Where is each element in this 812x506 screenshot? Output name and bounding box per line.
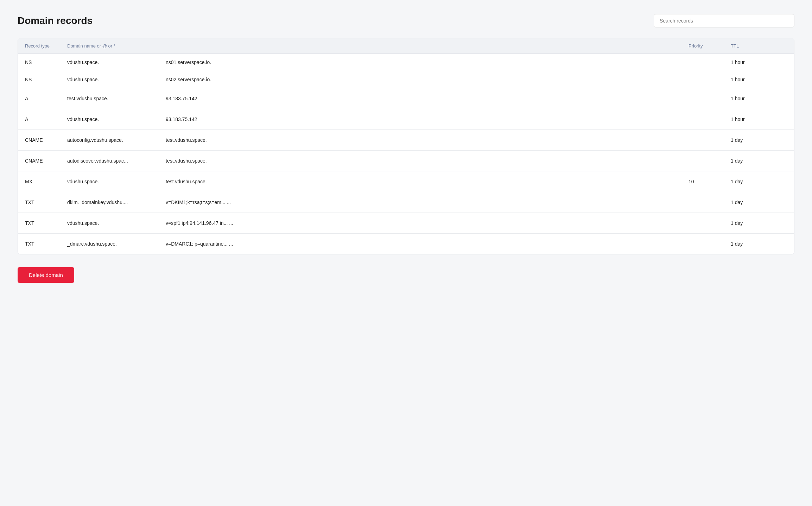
table-row: Avdushu.space.93.183.75.1421 hour xyxy=(18,109,794,130)
action-icons xyxy=(773,239,787,248)
delete-record-button[interactable] xyxy=(784,198,787,207)
edit-button[interactable] xyxy=(777,198,780,207)
delete-record-button[interactable] xyxy=(784,135,787,145)
cell-ttl: 1 day xyxy=(724,171,766,192)
cell-value: v=DKIM1;k=rsa;t=s;s=em... ... xyxy=(159,192,681,213)
cell-type: A xyxy=(18,109,60,130)
cell-actions xyxy=(766,71,794,88)
cell-domain: vdushu.space. xyxy=(60,54,159,71)
cell-type: CNAME xyxy=(18,151,60,171)
cell-ttl: 1 day xyxy=(724,234,766,254)
col-header-value xyxy=(159,38,681,54)
records-table: Record type Domain name or @ or * Priori… xyxy=(18,38,794,254)
delete-record-button[interactable] xyxy=(784,239,787,248)
table-row: TXTdkim._domainkey.vdushu....v=DKIM1;k=r… xyxy=(18,192,794,213)
action-icons xyxy=(773,135,787,145)
page-header: Domain records xyxy=(18,14,794,27)
cell-priority xyxy=(681,213,724,234)
table-row: CNAMEautoconfig.vdushu.space.test.vdushu… xyxy=(18,130,794,151)
cell-value: ns01.serverspace.io. xyxy=(159,54,681,71)
cell-priority: 10 xyxy=(681,171,724,192)
page-title: Domain records xyxy=(18,15,93,26)
cell-priority xyxy=(681,234,724,254)
cell-type: TXT xyxy=(18,192,60,213)
cell-priority xyxy=(681,192,724,213)
cell-actions xyxy=(766,88,794,109)
action-icons xyxy=(773,115,787,124)
cell-ttl: 1 day xyxy=(724,151,766,171)
cell-value: 93.183.75.142 xyxy=(159,88,681,109)
cell-value: test.vdushu.space. xyxy=(159,151,681,171)
delete-record-button[interactable] xyxy=(784,115,787,124)
records-table-container: Record type Domain name or @ or * Priori… xyxy=(18,38,794,254)
cell-actions xyxy=(766,213,794,234)
cell-value: ns02.serverspace.io. xyxy=(159,71,681,88)
delete-record-button[interactable] xyxy=(784,156,787,165)
delete-domain-button[interactable]: Delete domain xyxy=(18,267,74,283)
cell-ttl: 1 hour xyxy=(724,109,766,130)
edit-button[interactable] xyxy=(777,115,780,124)
cell-actions xyxy=(766,54,794,71)
delete-record-button[interactable] xyxy=(784,177,787,186)
edit-button[interactable] xyxy=(777,135,780,145)
cell-domain: _dmarc.vdushu.space. xyxy=(60,234,159,254)
table-body: NSvdushu.space.ns01.serverspace.io.1 hou… xyxy=(18,54,794,254)
cell-type: A xyxy=(18,88,60,109)
cell-domain: vdushu.space. xyxy=(60,213,159,234)
col-header-ttl: TTL xyxy=(724,38,766,54)
cell-domain: vdushu.space. xyxy=(60,109,159,130)
action-icons xyxy=(773,177,787,186)
table-row: NSvdushu.space.ns02.serverspace.io.1 hou… xyxy=(18,71,794,88)
table-header: Record type Domain name or @ or * Priori… xyxy=(18,38,794,54)
search-input[interactable] xyxy=(654,14,794,27)
cell-domain: vdushu.space. xyxy=(60,71,159,88)
table-row: NSvdushu.space.ns01.serverspace.io.1 hou… xyxy=(18,54,794,71)
cell-actions xyxy=(766,151,794,171)
edit-button[interactable] xyxy=(777,219,780,228)
cell-value: test.vdushu.space. xyxy=(159,171,681,192)
action-icons xyxy=(773,219,787,228)
table-row: MXvdushu.space.test.vdushu.space.101 day xyxy=(18,171,794,192)
cell-ttl: 1 hour xyxy=(724,88,766,109)
cell-value: v=DMARC1; p=quarantine... ... xyxy=(159,234,681,254)
cell-actions xyxy=(766,109,794,130)
cell-ttl: 1 day xyxy=(724,130,766,151)
cell-domain: autodiscover.vdushu.spac... xyxy=(60,151,159,171)
cell-actions xyxy=(766,192,794,213)
col-header-priority: Priority xyxy=(681,38,724,54)
action-icons xyxy=(773,198,787,207)
edit-button[interactable] xyxy=(777,94,780,103)
cell-type: NS xyxy=(18,54,60,71)
cell-type: NS xyxy=(18,71,60,88)
cell-priority xyxy=(681,88,724,109)
edit-button[interactable] xyxy=(777,239,780,248)
cell-actions xyxy=(766,171,794,192)
cell-type: CNAME xyxy=(18,130,60,151)
cell-domain: test.vdushu.space. xyxy=(60,88,159,109)
delete-record-button[interactable] xyxy=(784,94,787,103)
cell-ttl: 1 day xyxy=(724,213,766,234)
cell-priority xyxy=(681,130,724,151)
col-header-domain: Domain name or @ or * xyxy=(60,38,159,54)
cell-value: test.vdushu.space. xyxy=(159,130,681,151)
cell-ttl: 1 hour xyxy=(724,71,766,88)
table-row: Atest.vdushu.space.93.183.75.1421 hour xyxy=(18,88,794,109)
delete-record-button[interactable] xyxy=(784,219,787,228)
edit-button[interactable] xyxy=(777,156,780,165)
cell-domain: dkim._domainkey.vdushu.... xyxy=(60,192,159,213)
cell-priority xyxy=(681,71,724,88)
table-row: TXT_dmarc.vdushu.space.v=DMARC1; p=quara… xyxy=(18,234,794,254)
cell-actions xyxy=(766,130,794,151)
cell-priority xyxy=(681,151,724,171)
col-header-type: Record type xyxy=(18,38,60,54)
cell-value: 93.183.75.142 xyxy=(159,109,681,130)
cell-type: TXT xyxy=(18,213,60,234)
cell-value: v=spf1 ip4:94.141.96.47 in... ... xyxy=(159,213,681,234)
table-row: CNAMEautodiscover.vdushu.spac...test.vdu… xyxy=(18,151,794,171)
col-header-actions xyxy=(766,38,794,54)
action-icons xyxy=(773,94,787,103)
cell-domain: vdushu.space. xyxy=(60,171,159,192)
cell-type: TXT xyxy=(18,234,60,254)
edit-button[interactable] xyxy=(777,177,780,186)
action-icons xyxy=(773,156,787,165)
